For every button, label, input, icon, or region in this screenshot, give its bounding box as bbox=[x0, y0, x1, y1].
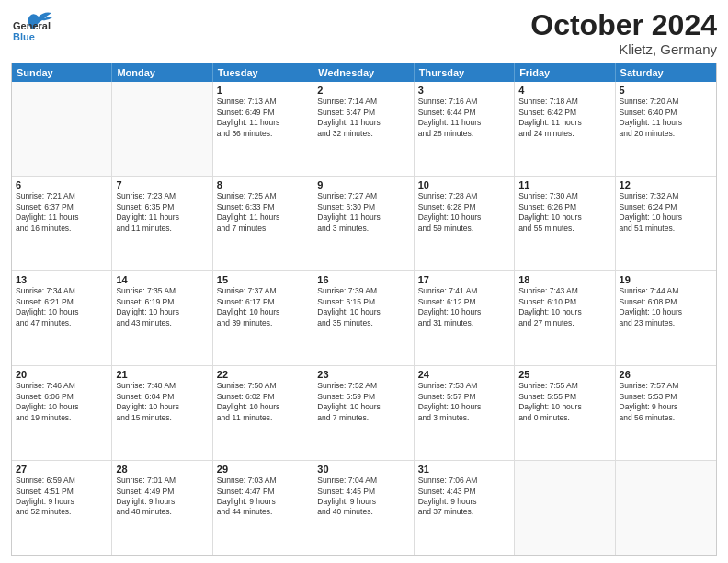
calendar-cell bbox=[112, 82, 212, 176]
calendar-cell: 24Sunrise: 7:53 AM Sunset: 5:57 PM Dayli… bbox=[415, 366, 515, 460]
day-number: 10 bbox=[418, 179, 510, 190]
day-number: 4 bbox=[518, 85, 610, 96]
calendar-cell: 4Sunrise: 7:18 AM Sunset: 6:42 PM Daylig… bbox=[515, 82, 615, 176]
day-number: 19 bbox=[620, 274, 712, 285]
weekday-header: Tuesday bbox=[213, 63, 313, 82]
page: General Blue October 2024 Klietz, German… bbox=[0, 0, 728, 563]
weekday-header: Monday bbox=[112, 63, 212, 82]
calendar-cell: 28Sunrise: 7:01 AM Sunset: 4:49 PM Dayli… bbox=[112, 461, 212, 555]
day-number: 12 bbox=[620, 179, 712, 190]
day-number: 7 bbox=[116, 179, 208, 190]
day-number: 14 bbox=[116, 274, 208, 285]
calendar-cell: 10Sunrise: 7:28 AM Sunset: 6:28 PM Dayli… bbox=[415, 177, 515, 270]
day-number: 22 bbox=[217, 369, 309, 380]
day-info: Sunrise: 7:27 AM Sunset: 6:30 PM Dayligh… bbox=[317, 191, 409, 234]
calendar-cell: 27Sunrise: 6:59 AM Sunset: 4:51 PM Dayli… bbox=[12, 461, 112, 555]
day-info: Sunrise: 7:37 AM Sunset: 6:17 PM Dayligh… bbox=[217, 286, 309, 328]
title-area: October 2024 Klietz, Germany bbox=[530, 9, 717, 57]
calendar-cell: 30Sunrise: 7:04 AM Sunset: 4:45 PM Dayli… bbox=[313, 461, 414, 555]
calendar-row: 6Sunrise: 7:21 AM Sunset: 6:37 PM Daylig… bbox=[12, 176, 716, 270]
day-number: 15 bbox=[217, 274, 309, 285]
day-number: 20 bbox=[16, 369, 108, 380]
calendar-cell: 26Sunrise: 7:57 AM Sunset: 5:53 PM Dayli… bbox=[616, 366, 716, 460]
day-info: Sunrise: 7:52 AM Sunset: 5:59 PM Dayligh… bbox=[317, 381, 409, 423]
day-info: Sunrise: 7:03 AM Sunset: 4:47 PM Dayligh… bbox=[217, 476, 309, 518]
calendar-cell bbox=[616, 461, 716, 555]
day-info: Sunrise: 7:35 AM Sunset: 6:19 PM Dayligh… bbox=[116, 286, 208, 328]
calendar-cell: 8Sunrise: 7:25 AM Sunset: 6:33 PM Daylig… bbox=[213, 177, 313, 270]
day-number: 26 bbox=[620, 369, 712, 380]
day-number: 2 bbox=[317, 85, 409, 96]
day-number: 17 bbox=[418, 274, 510, 285]
header: General Blue October 2024 Klietz, German… bbox=[11, 9, 717, 57]
calendar-cell: 23Sunrise: 7:52 AM Sunset: 5:59 PM Dayli… bbox=[313, 366, 414, 460]
calendar-cell: 16Sunrise: 7:39 AM Sunset: 6:15 PM Dayli… bbox=[313, 271, 414, 365]
logo: General Blue bbox=[11, 9, 55, 44]
day-number: 29 bbox=[217, 464, 309, 475]
day-number: 1 bbox=[217, 85, 309, 96]
day-info: Sunrise: 7:34 AM Sunset: 6:21 PM Dayligh… bbox=[16, 286, 108, 328]
calendar-cell bbox=[515, 461, 615, 555]
calendar-row: 20Sunrise: 7:46 AM Sunset: 6:06 PM Dayli… bbox=[12, 365, 716, 460]
day-number: 25 bbox=[518, 369, 610, 380]
calendar-cell: 12Sunrise: 7:32 AM Sunset: 6:24 PM Dayli… bbox=[616, 177, 716, 270]
day-info: Sunrise: 7:13 AM Sunset: 6:49 PM Dayligh… bbox=[217, 97, 309, 139]
calendar-cell: 5Sunrise: 7:20 AM Sunset: 6:40 PM Daylig… bbox=[616, 82, 716, 176]
calendar-cell: 11Sunrise: 7:30 AM Sunset: 6:26 PM Dayli… bbox=[515, 177, 615, 270]
calendar-body: 1Sunrise: 7:13 AM Sunset: 6:49 PM Daylig… bbox=[12, 82, 716, 555]
day-number: 11 bbox=[518, 179, 610, 190]
calendar-cell: 13Sunrise: 7:34 AM Sunset: 6:21 PM Dayli… bbox=[12, 271, 112, 365]
calendar-cell: 25Sunrise: 7:55 AM Sunset: 5:55 PM Dayli… bbox=[515, 366, 615, 460]
day-info: Sunrise: 7:23 AM Sunset: 6:35 PM Dayligh… bbox=[116, 191, 208, 234]
day-number: 27 bbox=[16, 464, 108, 475]
month-title: October 2024 bbox=[530, 9, 717, 41]
calendar-cell: 20Sunrise: 7:46 AM Sunset: 6:06 PM Dayli… bbox=[12, 366, 112, 460]
day-info: Sunrise: 7:04 AM Sunset: 4:45 PM Dayligh… bbox=[317, 476, 409, 518]
calendar-cell: 3Sunrise: 7:16 AM Sunset: 6:44 PM Daylig… bbox=[415, 82, 515, 176]
day-info: Sunrise: 7:50 AM Sunset: 6:02 PM Dayligh… bbox=[217, 381, 309, 423]
day-info: Sunrise: 7:25 AM Sunset: 6:33 PM Dayligh… bbox=[217, 191, 309, 234]
day-number: 8 bbox=[217, 179, 309, 190]
day-number: 23 bbox=[317, 369, 409, 380]
calendar-row: 13Sunrise: 7:34 AM Sunset: 6:21 PM Dayli… bbox=[12, 270, 716, 365]
day-number: 24 bbox=[418, 369, 510, 380]
day-info: Sunrise: 7:55 AM Sunset: 5:55 PM Dayligh… bbox=[518, 381, 610, 423]
day-number: 6 bbox=[16, 179, 108, 190]
logo-icon: General Blue bbox=[11, 9, 55, 44]
day-number: 30 bbox=[317, 464, 409, 475]
calendar: SundayMondayTuesdayWednesdayThursdayFrid… bbox=[11, 63, 717, 556]
day-number: 3 bbox=[418, 85, 510, 96]
day-info: Sunrise: 7:14 AM Sunset: 6:47 PM Dayligh… bbox=[317, 97, 409, 139]
day-info: Sunrise: 7:01 AM Sunset: 4:49 PM Dayligh… bbox=[116, 476, 208, 518]
calendar-cell: 15Sunrise: 7:37 AM Sunset: 6:17 PM Dayli… bbox=[213, 271, 313, 365]
calendar-cell: 14Sunrise: 7:35 AM Sunset: 6:19 PM Dayli… bbox=[112, 271, 212, 365]
day-info: Sunrise: 7:57 AM Sunset: 5:53 PM Dayligh… bbox=[620, 381, 712, 423]
calendar-cell: 21Sunrise: 7:48 AM Sunset: 6:04 PM Dayli… bbox=[112, 366, 212, 460]
calendar-cell bbox=[12, 82, 112, 176]
day-number: 13 bbox=[16, 274, 108, 285]
day-number: 21 bbox=[116, 369, 208, 380]
weekday-header: Sunday bbox=[12, 63, 112, 82]
day-info: Sunrise: 7:43 AM Sunset: 6:10 PM Dayligh… bbox=[518, 286, 610, 328]
day-info: Sunrise: 7:44 AM Sunset: 6:08 PM Dayligh… bbox=[620, 286, 712, 328]
day-number: 16 bbox=[317, 274, 409, 285]
day-info: Sunrise: 7:28 AM Sunset: 6:28 PM Dayligh… bbox=[418, 191, 510, 234]
calendar-header: SundayMondayTuesdayWednesdayThursdayFrid… bbox=[12, 63, 716, 82]
calendar-row: 27Sunrise: 6:59 AM Sunset: 4:51 PM Dayli… bbox=[12, 460, 716, 555]
day-info: Sunrise: 7:06 AM Sunset: 4:43 PM Dayligh… bbox=[418, 476, 510, 518]
calendar-row: 1Sunrise: 7:13 AM Sunset: 6:49 PM Daylig… bbox=[12, 82, 716, 176]
calendar-cell: 31Sunrise: 7:06 AM Sunset: 4:43 PM Dayli… bbox=[415, 461, 515, 555]
day-info: Sunrise: 7:18 AM Sunset: 6:42 PM Dayligh… bbox=[518, 97, 610, 139]
day-info: Sunrise: 7:48 AM Sunset: 6:04 PM Dayligh… bbox=[116, 381, 208, 423]
day-number: 31 bbox=[418, 464, 510, 475]
calendar-cell: 29Sunrise: 7:03 AM Sunset: 4:47 PM Dayli… bbox=[213, 461, 313, 555]
day-info: Sunrise: 7:30 AM Sunset: 6:26 PM Dayligh… bbox=[518, 191, 610, 234]
day-number: 28 bbox=[116, 464, 208, 475]
calendar-cell: 22Sunrise: 7:50 AM Sunset: 6:02 PM Dayli… bbox=[213, 366, 313, 460]
weekday-header: Wednesday bbox=[313, 63, 414, 82]
day-number: 5 bbox=[620, 85, 712, 96]
day-info: Sunrise: 6:59 AM Sunset: 4:51 PM Dayligh… bbox=[16, 476, 108, 518]
day-number: 18 bbox=[518, 274, 610, 285]
day-info: Sunrise: 7:39 AM Sunset: 6:15 PM Dayligh… bbox=[317, 286, 409, 328]
weekday-header: Thursday bbox=[415, 63, 515, 82]
